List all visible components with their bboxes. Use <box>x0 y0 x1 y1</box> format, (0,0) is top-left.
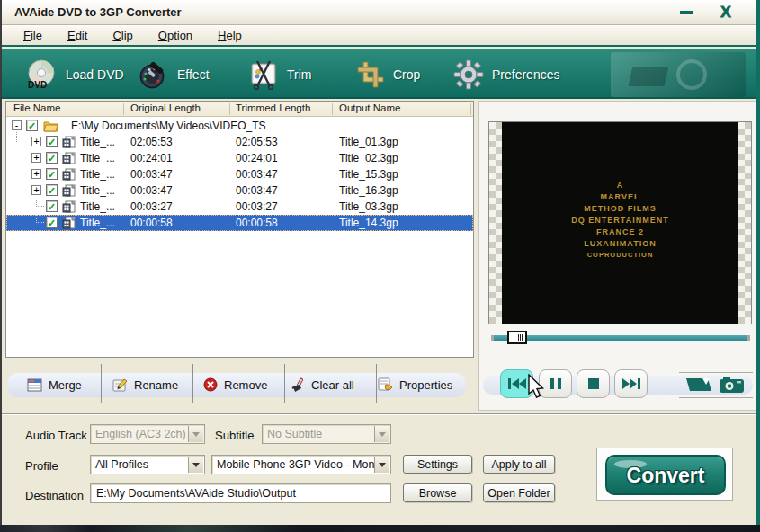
video-title-icon <box>62 200 76 213</box>
menu-file[interactable]: File <box>11 27 55 44</box>
toolbar: DVD Load DVD Effect <box>2 49 756 99</box>
menu-edit[interactable]: Edit <box>55 27 100 44</box>
expand-icon[interactable]: + <box>31 153 41 163</box>
title-bar[interactable]: AVAide DVD to 3GP Converter X <box>2 0 756 25</box>
open-folder-icon <box>43 120 58 132</box>
expand-icon[interactable]: + <box>31 137 41 146</box>
next-button[interactable] <box>614 369 648 398</box>
trim-button[interactable]: Trim <box>248 58 311 92</box>
seek-slider-handle[interactable] <box>507 331 527 344</box>
root-checkbox[interactable]: ✓ <box>26 120 38 131</box>
table-row[interactable]: + ✓ Title_... 00:03:47 00:03:47 Title_15… <box>6 166 473 182</box>
column-file-name[interactable]: File Name <box>13 102 60 113</box>
column-original-length[interactable]: Original Length <box>130 102 201 113</box>
row-output-name: Title_01.3gp <box>339 136 398 148</box>
column-trimmed-length[interactable]: Trimmed Length <box>236 102 310 113</box>
row-original-length: 00:03:27 <box>130 200 173 213</box>
properties-button[interactable]: Properties <box>378 370 452 399</box>
effect-gauge-icon <box>139 59 169 90</box>
menu-option[interactable]: Option <box>146 27 205 44</box>
row-output-name: Title_15.3gp <box>339 168 398 181</box>
row-original-length: 02:05:53 <box>130 136 173 148</box>
video-preview: A MARVEL METHOD FILMS DQ ENTERTAINMENT F… <box>488 121 752 324</box>
file-list-header: File Name Original Length Trimmed Length… <box>6 102 473 117</box>
profile-select[interactable]: All Profiles <box>90 455 205 474</box>
load-dvd-button[interactable]: DVD Load DVD <box>25 58 124 92</box>
column-output-name[interactable]: Output Name <box>339 102 400 113</box>
video-clip-icon <box>684 377 713 394</box>
profile-format-select[interactable]: Mobile Phone 3GP Video - Mono <box>211 455 391 474</box>
profile-format-value: Mobile Phone 3GP Video - Mono <box>217 458 380 471</box>
stop-icon <box>587 377 600 390</box>
merge-button[interactable]: Merge <box>27 370 82 399</box>
preferences-label: Preferences <box>492 67 559 82</box>
chevron-down-icon <box>374 457 389 473</box>
clear-all-brush-icon <box>291 377 305 393</box>
row-checkbox[interactable]: ✓ <box>46 200 58 212</box>
row-checkbox[interactable]: ✓ <box>46 184 58 196</box>
settings-button[interactable]: Settings <box>403 455 472 474</box>
row-original-length: 00:24:01 <box>130 152 173 164</box>
expand-icon[interactable]: + <box>31 185 41 195</box>
row-checkbox[interactable]: ✓ <box>46 217 58 228</box>
window-bottom-edge <box>0 525 760 532</box>
destination-input[interactable]: E:\My Documents\AVAide Studio\Output <box>90 483 391 503</box>
pause-button[interactable] <box>539 369 572 398</box>
previous-icon <box>507 377 527 390</box>
open-folder-button[interactable]: Open Folder <box>483 483 555 502</box>
remove-label: Remove <box>224 378 267 392</box>
previous-button[interactable] <box>500 369 533 398</box>
effect-button[interactable]: Effect <box>139 58 210 92</box>
rename-icon <box>112 377 128 392</box>
toolbar-watermark <box>611 52 746 97</box>
menu-help[interactable]: Help <box>205 27 255 44</box>
row-name: Title_... <box>80 217 115 229</box>
merge-label: Merge <box>49 378 82 392</box>
video-title-icon <box>62 168 76 181</box>
row-checkbox[interactable]: ✓ <box>46 168 58 180</box>
app-window: AVAide DVD to 3GP Converter X File Edit … <box>0 0 760 532</box>
collapse-icon[interactable]: - <box>12 120 22 130</box>
minimize-icon <box>680 11 693 14</box>
table-row-selected[interactable]: ✓ Title_... 00:00:58 00:00:58 Title_14.3… <box>6 215 473 231</box>
snapshot-folder-button[interactable] <box>684 377 713 397</box>
audio-track-select[interactable]: English (AC3 2ch) <box>90 424 205 444</box>
row-trimmed-length: 00:24:01 <box>236 152 278 164</box>
browse-button[interactable]: Browse <box>403 483 472 502</box>
row-name: Title_... <box>80 184 115 197</box>
preferences-button[interactable]: Preferences <box>453 58 559 92</box>
convert-button[interactable]: Convert <box>605 455 726 495</box>
row-trimmed-length: 00:03:47 <box>236 168 278 181</box>
tree-root-row[interactable]: - ✓ E:\My Documents\My Videos\VIDEO_TS <box>6 118 473 134</box>
crop-button[interactable]: Crop <box>356 58 420 92</box>
table-row[interactable]: ✓ Title_... 00:03:27 00:03:27 Title_03.3… <box>6 199 473 215</box>
table-row[interactable]: + ✓ Title_... 00:03:47 00:03:47 Title_16… <box>6 182 473 199</box>
remove-button[interactable]: Remove <box>203 370 267 399</box>
snapshot-button[interactable] <box>719 376 746 397</box>
minimize-button[interactable] <box>675 3 697 22</box>
row-checkbox[interactable]: ✓ <box>46 136 58 147</box>
clapperboard-watermark-icon <box>629 66 669 86</box>
menu-bar: File Edit Clip Option Help <box>2 25 756 47</box>
row-output-name: Title_16.3gp <box>339 184 398 197</box>
convert-label: Convert <box>607 464 724 488</box>
remove-icon <box>203 377 218 392</box>
close-button[interactable]: X <box>715 3 737 22</box>
row-checkbox[interactable]: ✓ <box>46 152 58 164</box>
crop-frame-icon <box>356 60 385 89</box>
clear-all-button[interactable]: Clear all <box>291 370 354 399</box>
table-row[interactable]: + ✓ Title_... 00:24:01 00:24:01 Title_02… <box>6 150 473 166</box>
stop-button[interactable] <box>577 369 610 398</box>
row-output-name: Title_14.3gp <box>339 217 398 229</box>
rename-button[interactable]: Rename <box>112 370 178 399</box>
row-trimmed-length: 02:05:53 <box>236 136 278 148</box>
expand-icon[interactable]: + <box>31 169 41 179</box>
effect-label: Effect <box>177 67 210 82</box>
row-name: Title_... <box>80 200 115 213</box>
subtitle-select[interactable]: No Subtitle <box>262 424 391 444</box>
table-row[interactable]: + ✓ Title_... 02:05:53 02:05:53 Title_01… <box>6 134 473 150</box>
subtitle-value: No Subtitle <box>267 428 322 440</box>
apply-to-all-button[interactable]: Apply to all <box>483 455 555 474</box>
menu-clip[interactable]: Clip <box>100 27 145 44</box>
seek-slider-track[interactable] <box>491 335 750 341</box>
